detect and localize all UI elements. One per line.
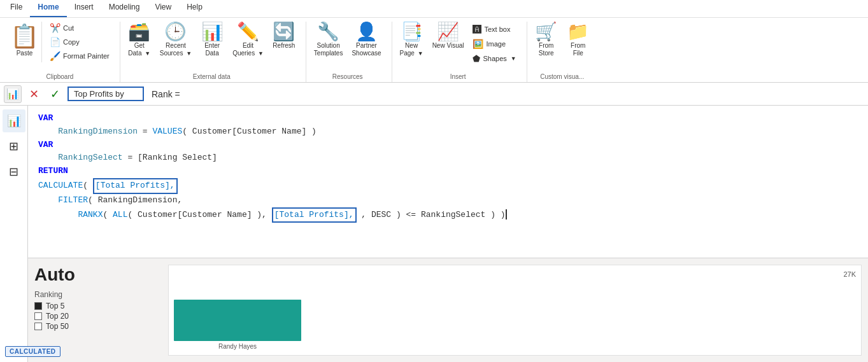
from-store-button[interactable]: 🛒 FromStore (532, 22, 560, 59)
tab-help[interactable]: Help (179, 0, 210, 17)
formula-cancel-button[interactable]: ✕ (25, 86, 43, 102)
clipboard-group: 📋 Paste ✂️ Cut 📄 Copy 🖌️ (3, 22, 120, 82)
insert-items: 📑 NewPage ▼ 📈 New Visual 🅰 Text box 🖼️ I… (397, 22, 519, 73)
formula-bar: 📊 ✕ ✓ Top Profits by Rank = (0, 83, 868, 106)
formula-confirm-button[interactable]: ✓ (46, 86, 64, 102)
ribbon: File Home Insert Modeling View Help 📋 Pa… (0, 0, 868, 83)
shapes-icon: ⬟ (473, 53, 480, 64)
get-data-icon: 🗃️ (128, 23, 150, 41)
main-area: 📊 ⊞ ⊟ VAR RankingDimension = VALUES( Cus… (0, 106, 868, 362)
from-file-button[interactable]: 📁 FromFile (564, 22, 592, 59)
external-data-group: 🗃️ GetData ▼ 🕒 RecentSources ▼ 📊 EnterDa… (120, 22, 306, 82)
solution-templates-icon: 🔧 (317, 23, 339, 41)
tab-home[interactable]: Home (30, 0, 66, 17)
custom-visual-group: 🛒 FromStore 📁 FromFile Custom visua... (527, 22, 600, 82)
from-file-label: FromFile (571, 42, 585, 57)
cut-icon: ✂️ (50, 23, 60, 33)
formula-editor[interactable]: VAR RankingDimension = VALUES( Customer[… (28, 106, 868, 258)
custom-visual-group-label: Custom visua... (532, 73, 592, 82)
tab-modeling[interactable]: Modeling (101, 0, 148, 17)
cut-label: Cut (63, 24, 74, 32)
content-area: VAR RankingDimension = VALUES( Customer[… (28, 106, 868, 362)
bar-randy (174, 300, 301, 341)
report-view-button[interactable]: 📊 (3, 109, 25, 132)
partner-showcase-button[interactable]: 👤 PartnerShowcase (349, 22, 383, 59)
new-visual-button[interactable]: 📈 New Visual (430, 22, 467, 51)
partner-showcase-icon: 👤 (355, 23, 378, 41)
relationship-view-button[interactable]: ⊟ (3, 160, 25, 183)
edit-queries-icon: ✏️ (237, 23, 259, 41)
chart-bars: Randy Hayes (174, 299, 856, 350)
ribbon-content: 📋 Paste ✂️ Cut 📄 Copy 🖌️ (0, 18, 868, 82)
edit-queries-label: EditQueries ▼ (232, 42, 264, 57)
image-label: Image (486, 40, 506, 48)
data-view-button[interactable]: ⊞ (3, 135, 25, 158)
recent-sources-button[interactable]: 🕒 RecentSources ▼ (157, 22, 194, 59)
paste-icon: 📋 (10, 23, 39, 50)
calculated-badge: CALCULATED (5, 346, 60, 357)
from-store-icon: 🛒 (535, 23, 557, 41)
enter-data-button[interactable]: 📊 EnterData (198, 22, 226, 59)
small-clipboard-btns: ✂️ Cut 📄 Copy 🖌️ Format Painter (45, 22, 112, 62)
text-box-icon: 🅰 (473, 24, 481, 34)
new-visual-icon: 📈 (437, 23, 459, 41)
resources-group: 🔧 SolutionTemplates 👤 PartnerShowcase Re… (306, 22, 392, 82)
bar-label-randy: Randy Hayes (218, 343, 257, 350)
list-item-top50: Top 50 (34, 322, 162, 331)
page-title: Auto (34, 265, 162, 285)
format-painter-icon: 🖌️ (50, 51, 60, 61)
formula-code: VAR RankingDimension = VALUES( Customer[… (38, 112, 858, 223)
text-box-label: Text box (484, 25, 510, 33)
image-icon: 🖼️ (473, 39, 483, 49)
from-file-icon: 📁 (567, 23, 589, 41)
bottom-left: Auto Ranking Top 5 Top 20 Top 50 (34, 265, 162, 356)
refresh-button[interactable]: 🔄 Refresh (270, 22, 298, 51)
recent-sources-label: RecentSources ▼ (160, 42, 192, 57)
chart-value: 27K (843, 270, 856, 278)
cut-button[interactable]: ✂️ Cut (47, 22, 112, 34)
insert-group-label: Insert (397, 73, 519, 82)
paste-button[interactable]: 📋 Paste (8, 22, 42, 62)
label-top20: Top 20 (46, 312, 69, 321)
formula-measure-name[interactable]: Top Profits by (68, 87, 144, 101)
clipboard-items: 📋 Paste ✂️ Cut 📄 Copy 🖌️ (8, 22, 112, 73)
copy-icon: 📄 (50, 37, 60, 47)
checkbox-top50[interactable] (34, 323, 42, 330)
get-data-label: GetData ▼ (128, 42, 150, 57)
resources-items: 🔧 SolutionTemplates 👤 PartnerShowcase (311, 22, 384, 73)
formula-bar-icon: 📊 (4, 85, 22, 103)
solution-templates-label: SolutionTemplates (314, 42, 343, 57)
recent-sources-icon: 🕒 (164, 23, 187, 41)
shapes-dropdown-arrow: ▼ (511, 55, 516, 62)
partner-showcase-label: PartnerShowcase (352, 42, 381, 57)
checkbox-top20[interactable] (34, 312, 42, 320)
bottom-area: Auto Ranking Top 5 Top 20 Top 50 (28, 258, 868, 362)
ribbon-tabs: File Home Insert Modeling View Help (0, 0, 868, 18)
text-box-button[interactable]: 🅰 Text box (470, 23, 518, 36)
copy-label: Copy (63, 38, 80, 46)
external-data-label: External data (125, 73, 298, 82)
label-top50: Top 50 (46, 322, 69, 331)
solution-templates-button[interactable]: 🔧 SolutionTemplates (311, 22, 346, 59)
new-page-label: NewPage ▼ (400, 42, 423, 57)
tab-view[interactable]: View (147, 0, 179, 17)
resources-group-label: Resources (311, 73, 384, 82)
image-button[interactable]: 🖼️ Image (470, 38, 518, 50)
new-page-icon: 📑 (401, 23, 423, 41)
tab-insert[interactable]: Insert (67, 0, 101, 17)
get-data-button[interactable]: 🗃️ GetData ▼ (125, 22, 153, 59)
list-item-top20: Top 20 (34, 312, 162, 321)
format-painter-label: Format Painter (63, 52, 110, 60)
shapes-button[interactable]: ⬟ Shapes ▼ (470, 52, 518, 65)
format-painter-button[interactable]: 🖌️ Format Painter (47, 50, 112, 62)
edit-queries-button[interactable]: ✏️ EditQueries ▼ (230, 22, 266, 59)
copy-button[interactable]: 📄 Copy (47, 36, 112, 48)
new-page-button[interactable]: 📑 NewPage ▼ (397, 22, 426, 59)
checkbox-top5[interactable] (34, 302, 42, 310)
label-top5: Top 5 (46, 302, 64, 310)
text-image-shapes: 🅰 Text box 🖼️ Image ⬟ Shapes ▼ (470, 22, 518, 65)
new-visual-label: New Visual (432, 42, 464, 50)
tab-file[interactable]: File (3, 0, 30, 17)
ranking-section: Ranking Top 5 Top 20 Top 50 (34, 290, 162, 331)
external-data-items: 🗃️ GetData ▼ 🕒 RecentSources ▼ 📊 EnterDa… (125, 22, 298, 73)
